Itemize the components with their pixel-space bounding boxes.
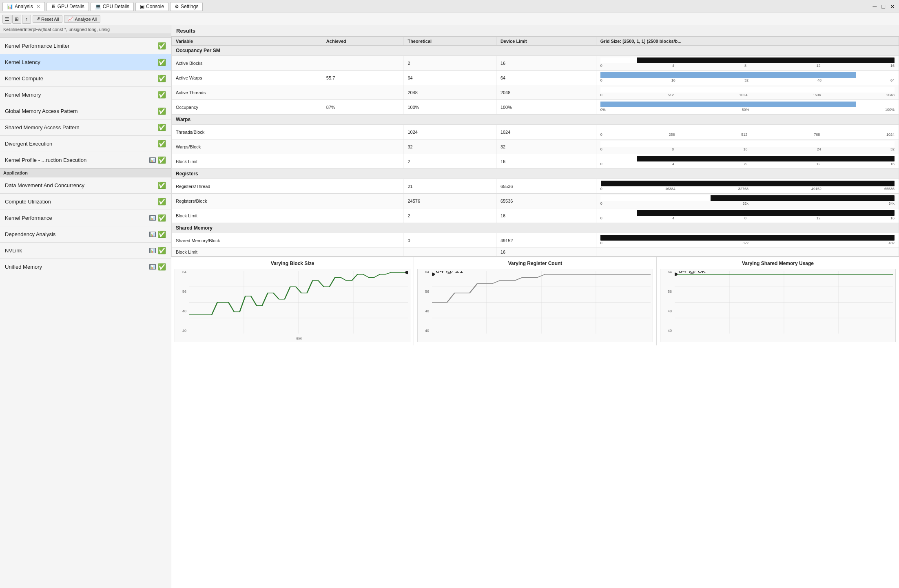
bar-theoretical xyxy=(600,72,895,78)
section-header-1: Warps xyxy=(172,115,899,125)
sidebar-item-3[interactable]: Kernel Memory✅ xyxy=(0,87,171,103)
list-view-button[interactable]: ☰ xyxy=(2,15,11,24)
chart-icon-13[interactable]: 📊 xyxy=(149,264,156,270)
chart-title-2: Varying Shared Memory Usage xyxy=(660,261,896,266)
chart-area-0: 64564840 64 @ 1024 SM xyxy=(175,269,410,342)
window-maximize-icon[interactable]: □ xyxy=(880,3,887,10)
analyze-icon: 📈 xyxy=(68,16,73,22)
chart-svg-wrap-2: 64 @ 0k xyxy=(675,271,893,334)
chart-panel-0: Varying Block Size64564840 64 @ 1024 SM xyxy=(171,257,414,345)
check-icon-5: ✅ xyxy=(158,124,166,131)
chart-icon-11[interactable]: 📊 xyxy=(149,232,156,237)
close-icon[interactable]: ✕ xyxy=(36,4,40,9)
cell-variable: Registers/Thread xyxy=(172,179,322,194)
table-row: Active Warps55.76464016324864 xyxy=(172,71,899,85)
cell-achieved xyxy=(322,56,403,71)
table-row: Occupancy87%100%100%0%50%100% xyxy=(172,100,899,115)
sidebar-item-0[interactable]: Kernel Performance Limiter✅ xyxy=(0,38,171,54)
cell-bar: 016324864 xyxy=(596,71,899,85)
tab-cpu-label: CPU Details xyxy=(103,4,129,9)
chart-panel-2: Varying Shared Memory Usage64564840 64 @… xyxy=(657,257,899,345)
cell-achieved: 55.7 xyxy=(322,71,403,85)
cell-device-limit: 100% xyxy=(496,100,596,115)
sidebar-item-7[interactable]: Kernel Profile - ...ruction Execution📊✅ xyxy=(0,152,171,168)
cell-bar: 08162432 xyxy=(596,139,899,154)
sidebar-item-label-2: Kernel Compute xyxy=(5,75,43,82)
cell-device-limit: 49152 xyxy=(496,233,596,248)
cpu-icon: 💻 xyxy=(95,4,101,9)
tab-settings[interactable]: ⚙ Settings xyxy=(170,2,203,11)
sidebar-item-label-13: Unified Memory xyxy=(5,264,42,270)
tab-gpu-details[interactable]: 🖥 GPU Details xyxy=(46,2,89,11)
check-icon-10: ✅ xyxy=(158,214,166,222)
cell-variable: Occupancy xyxy=(172,100,322,115)
content-area: Results Variable Achieved Theoretical De… xyxy=(171,25,899,588)
chart-icon-10[interactable]: 📊 xyxy=(149,215,156,221)
section-header-2: Registers xyxy=(172,169,899,179)
cell-bar: 0481216 xyxy=(596,208,899,223)
up-button[interactable]: ↑ xyxy=(22,15,31,24)
bar-axis: 032k64k xyxy=(600,201,895,206)
section-name-2: Registers xyxy=(172,169,899,179)
section-name-3: Shared Memory xyxy=(172,223,899,233)
reset-all-button[interactable]: ↺ Reset All xyxy=(33,15,62,23)
section-header-0: Occupancy Per SM xyxy=(172,46,899,56)
tab-analysis[interactable]: 📊 Analysis ✕ xyxy=(2,2,45,11)
cell-theoretical: 64 xyxy=(403,71,496,85)
table-row: Registers/Block2457665536032k64k xyxy=(172,194,899,208)
charts-section: Varying Block Size64564840 64 @ 1024 SMV… xyxy=(171,256,899,345)
chart-icon-7[interactable]: 📊 xyxy=(149,157,156,163)
chart-y-axis-0: 64564840 xyxy=(175,269,187,334)
sidebar-item-1[interactable]: Kernel Latency✅ xyxy=(0,54,171,71)
sidebar-item-10[interactable]: Kernel Performance📊✅ xyxy=(0,210,171,226)
sidebar-item-2[interactable]: Kernel Compute✅ xyxy=(0,71,171,87)
sidebar-item-11[interactable]: Dependency Analysis📊✅ xyxy=(0,226,171,243)
kernel-section-header xyxy=(0,34,171,38)
sidebar-item-label-4: Global Memory Access Pattern xyxy=(5,108,78,114)
sidebar-item-4[interactable]: Global Memory Access Pattern✅ xyxy=(0,103,171,119)
cell-theoretical: 32 xyxy=(403,139,496,154)
cell-bar: 0%50%100% xyxy=(596,100,899,115)
section-name-1: Warps xyxy=(172,115,899,125)
window-minimize-icon[interactable]: ─ xyxy=(871,3,879,10)
sidebar-item-label-8: Data Movement And Concurrency xyxy=(5,182,84,188)
sidebar-item-9[interactable]: Compute Utilization✅ xyxy=(0,194,171,210)
cell-achieved: 87% xyxy=(322,100,403,115)
grid-view-button[interactable]: ⊞ xyxy=(12,15,21,24)
tab-analysis-label: Analysis xyxy=(15,4,33,9)
bar-theoretical xyxy=(600,210,895,216)
cell-variable: Shared Memory/Block xyxy=(172,233,322,248)
cell-theoretical: 2 xyxy=(403,56,496,71)
check-icon-7: ✅ xyxy=(158,156,166,164)
cell-theoretical: 1024 xyxy=(403,125,496,139)
svg-text:64 @ 21: 64 @ 21 xyxy=(436,271,463,274)
cell-theoretical: 2 xyxy=(403,208,496,223)
analyze-all-button[interactable]: 📈 Analyze All xyxy=(64,15,100,23)
sidebar-item-12[interactable]: NVLink📊✅ xyxy=(0,243,171,259)
sidebar-item-13[interactable]: Unified Memory📊✅ xyxy=(0,259,171,275)
sidebar-item-8[interactable]: Data Movement And Concurrency✅ xyxy=(0,177,171,194)
cell-variable: Active Blocks xyxy=(172,56,322,71)
check-icon-1: ✅ xyxy=(158,58,166,66)
results-header: Results xyxy=(171,25,899,37)
bar-axis: 02565127681024 xyxy=(600,133,895,137)
cell-variable: Block Limit xyxy=(172,208,322,223)
sidebar-item-5[interactable]: Shared Memory Access Pattern✅ xyxy=(0,119,171,136)
window-close-icon[interactable]: ✕ xyxy=(888,3,897,10)
check-icon-4: ✅ xyxy=(158,107,166,115)
sidebar-item-icons-12: 📊✅ xyxy=(149,247,166,254)
cell-achieved xyxy=(322,208,403,223)
table-row: Active Blocks2160481216 xyxy=(172,56,899,71)
bar-theoretical xyxy=(600,126,895,132)
bar-axis: 0481216 xyxy=(600,64,895,69)
cell-achieved xyxy=(322,179,403,194)
tab-cpu-details[interactable]: 💻 CPU Details xyxy=(91,2,134,11)
sidebar-item-6[interactable]: Divergent Execution✅ xyxy=(0,136,171,152)
tab-console[interactable]: ▣ Console xyxy=(135,2,168,11)
toolbar-icon-group: ☰ ⊞ ↑ xyxy=(2,15,31,24)
check-icon-12: ✅ xyxy=(158,247,166,254)
chart-icon-12[interactable]: 📊 xyxy=(149,248,156,253)
bar-axis: 0512102415362048 xyxy=(600,93,895,98)
cell-theoretical: 0 xyxy=(403,233,496,248)
cell-achieved xyxy=(322,248,403,256)
